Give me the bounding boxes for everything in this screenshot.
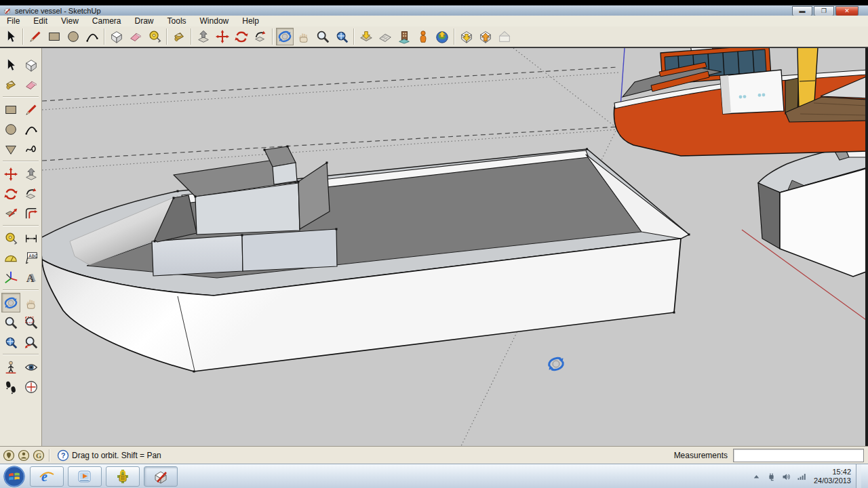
palette-tape-measure[interactable] <box>1 228 20 248</box>
palette-3d-text[interactable] <box>22 268 41 287</box>
palette-section-plane[interactable] <box>22 377 41 396</box>
palette-orbit[interactable] <box>1 293 20 312</box>
orbit-icon <box>277 29 292 44</box>
palette-axes[interactable] <box>1 268 20 287</box>
network-signal-icon[interactable] <box>796 472 806 482</box>
taskbar-clock[interactable]: 15:42 24/03/2013 <box>814 468 851 485</box>
palette-arc[interactable] <box>22 119 41 139</box>
select-icon <box>3 29 18 44</box>
palette-scale[interactable] <box>1 203 20 223</box>
taskbar-sketchup[interactable] <box>144 466 178 487</box>
palette-look-around[interactable] <box>22 357 41 377</box>
palette-paint-bucket[interactable] <box>1 75 20 94</box>
screen: service vessel - SketchUp ▬ ❐ ✕ FileEdit… <box>0 0 868 488</box>
palette-zoom-window[interactable] <box>22 312 41 332</box>
palette-make-component[interactable] <box>22 55 41 75</box>
menu-item[interactable]: Window <box>193 16 236 26</box>
palette-eraser[interactable] <box>22 75 41 94</box>
palette-pan[interactable] <box>22 293 41 312</box>
menu-item[interactable]: Help <box>235 16 266 26</box>
palette-freehand[interactable] <box>22 139 41 159</box>
tool-zoom-extents[interactable] <box>333 28 351 45</box>
tool-get-current-view[interactable] <box>357 28 375 45</box>
tool-paint-bucket[interactable] <box>170 28 188 45</box>
geolocation-icon[interactable] <box>3 449 15 462</box>
palette-protractor[interactable] <box>1 248 20 268</box>
top-toolbar <box>0 26 868 47</box>
help-icon[interactable] <box>57 449 69 462</box>
palette-polygon[interactable] <box>1 139 20 159</box>
tool-follow-me[interactable] <box>252 28 269 45</box>
tool-eraser[interactable] <box>127 28 144 45</box>
palette-circle[interactable] <box>1 119 20 139</box>
menu-item[interactable]: Camera <box>85 16 128 26</box>
measurements-input[interactable] <box>733 449 864 462</box>
credits-icon[interactable] <box>18 449 30 462</box>
taskbar-media-player[interactable] <box>68 466 102 487</box>
pan-hand-icon <box>296 29 311 44</box>
menu-item[interactable]: View <box>54 16 85 26</box>
palette-follow-me[interactable] <box>22 184 41 203</box>
menu-item[interactable]: Tools <box>161 16 193 26</box>
palette-zoom-previous[interactable] <box>22 332 41 352</box>
palette-dimension[interactable] <box>22 228 41 248</box>
menu-item[interactable]: File <box>0 16 26 26</box>
palette-walk[interactable] <box>1 377 20 396</box>
tool-circle[interactable] <box>64 28 82 45</box>
text-icon <box>24 251 39 266</box>
palette-rectangle[interactable] <box>1 100 20 119</box>
tool-rotate[interactable] <box>233 28 250 45</box>
move-icon <box>3 167 18 182</box>
restore-button[interactable]: ❐ <box>814 6 834 16</box>
volume-icon[interactable] <box>781 472 791 482</box>
palette-text[interactable] <box>22 248 41 268</box>
minimize-button[interactable]: ▬ <box>792 6 812 16</box>
tool-add-location[interactable] <box>414 28 432 45</box>
palette-line[interactable] <box>22 100 41 119</box>
taskbar-network-lock[interactable] <box>106 466 140 487</box>
zoom-extents-icon <box>334 29 349 44</box>
tool-orbit[interactable] <box>276 28 294 45</box>
tool-zoom[interactable] <box>314 28 332 45</box>
tool-make-component[interactable] <box>108 28 125 45</box>
menu-item[interactable]: Edit <box>26 16 54 26</box>
window-title: service vessel - SketchUp <box>15 6 101 16</box>
scale-icon <box>3 206 18 221</box>
google-earth-icon <box>435 29 450 44</box>
tool-photo-textures[interactable] <box>395 28 413 45</box>
palette-offset[interactable] <box>22 203 41 223</box>
show-desktop-button[interactable] <box>856 464 861 488</box>
palette-zoom[interactable] <box>1 312 20 332</box>
tool-select[interactable] <box>2 28 20 45</box>
palette-push-pull[interactable] <box>22 164 41 184</box>
pencil-icon <box>28 29 43 44</box>
google-icon[interactable] <box>33 449 45 462</box>
tool-components[interactable] <box>496 28 513 45</box>
show-hidden-icons-arrow[interactable] <box>751 472 762 482</box>
model-viewport[interactable] <box>42 48 868 446</box>
palette-move[interactable] <box>1 164 20 184</box>
tugboat-model <box>614 48 868 156</box>
tool-line[interactable] <box>26 28 44 45</box>
tool-pan[interactable] <box>295 28 313 45</box>
tool-push-pull[interactable] <box>195 28 212 45</box>
start-button[interactable] <box>3 465 26 488</box>
tool-share-model[interactable] <box>477 28 494 45</box>
tool-google-earth[interactable] <box>433 28 451 45</box>
tool-toggle-terrain[interactable] <box>376 28 394 45</box>
palette-zoom-extents[interactable] <box>1 332 20 352</box>
palette-rotate[interactable] <box>1 184 20 203</box>
tool-tape-measure[interactable] <box>146 28 163 45</box>
menu-item[interactable]: Draw <box>128 16 161 26</box>
palette-position-camera[interactable] <box>1 357 20 377</box>
tool-get-models[interactable] <box>458 28 475 45</box>
3d-text-icon <box>24 270 39 285</box>
power-icon[interactable] <box>766 472 776 482</box>
tool-rectangle[interactable] <box>45 28 63 45</box>
close-button[interactable]: ✕ <box>835 6 859 16</box>
palette-select[interactable] <box>1 55 20 75</box>
tool-move[interactable] <box>214 28 231 45</box>
tool-arc[interactable] <box>83 28 101 45</box>
taskbar-internet-explorer[interactable] <box>30 466 64 487</box>
circle-icon <box>66 29 81 44</box>
